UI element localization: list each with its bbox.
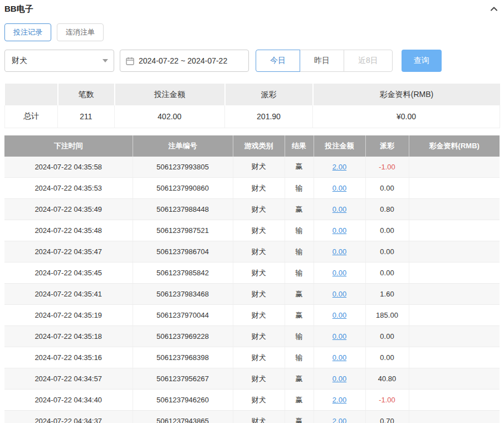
page-title: BB电子: [4, 4, 33, 14]
cell-bet-amount: 2.00: [314, 411, 365, 423]
cell-order: 5061237968398: [133, 347, 233, 368]
search-button[interactable]: 查询: [402, 50, 442, 72]
summary-header-row: 笔数 投注金额 派彩 彩金资料(RMB): [5, 84, 500, 105]
bet-amount-link[interactable]: 2.00: [332, 163, 346, 171]
cell-time: 2024-07-22 04:35:41: [4, 284, 133, 305]
cell-order: 5061237946260: [133, 390, 233, 411]
cell-bet-amount: 0.00: [314, 347, 365, 368]
cell-bet-amount: 2.00: [314, 157, 365, 178]
cell-result: 输: [285, 347, 314, 368]
bet-amount-link[interactable]: 0.00: [332, 375, 346, 383]
cell-bonus: [409, 262, 500, 284]
cell-bonus: [409, 411, 500, 423]
cell-payout: 0.80: [365, 199, 409, 220]
cell-game: 财犬: [233, 220, 285, 241]
header-bonus: 彩金资料(RMB): [409, 135, 500, 157]
table-row: 2024-07-22 04:34:375061237943865财犬赢2.000…: [4, 411, 500, 423]
cell-bonus: [409, 178, 500, 199]
bet-amount-link[interactable]: 0.00: [332, 353, 346, 362]
cell-bonus: [409, 241, 500, 262]
cell-payout: 0.70: [365, 411, 409, 423]
cell-game: 财犬: [233, 284, 285, 305]
cell-game: 财犬: [233, 178, 285, 199]
cell-game: 财犬: [233, 199, 285, 220]
bet-amount-link[interactable]: 0.00: [332, 184, 346, 192]
bet-amount-link[interactable]: 0.00: [332, 247, 346, 256]
last-8-days-button[interactable]: 近8日: [344, 50, 393, 72]
cell-game: 财犬: [233, 326, 285, 347]
bet-amount-link[interactable]: 2.00: [332, 396, 346, 404]
cell-order: 5061237987521: [133, 220, 233, 241]
tab-linked-bets[interactable]: 连消注单: [57, 23, 104, 41]
cell-game: 财犬: [233, 411, 285, 423]
yesterday-button[interactable]: 昨日: [300, 50, 344, 72]
cell-bonus: [409, 347, 500, 368]
bet-amount-link[interactable]: 0.00: [332, 290, 346, 298]
quick-date-button-group: 今日 昨日 近8日: [256, 50, 393, 72]
cell-time: 2024-07-22 04:35:47: [4, 241, 133, 262]
table-row: 2024-07-22 04:35:535061237990860财犬输0.000…: [4, 178, 500, 199]
cell-result: 输: [285, 262, 314, 284]
cell-order: 5061237990860: [133, 178, 233, 199]
cell-bet-amount: 0.00: [314, 241, 365, 262]
cell-payout: 0.00: [365, 326, 409, 347]
cell-bet-amount: 0.00: [314, 199, 365, 220]
tab-bet-records[interactable]: 投注记录: [4, 23, 51, 41]
cell-time: 2024-07-22 04:35:49: [4, 199, 133, 220]
chevron-down-icon: [102, 59, 108, 62]
cell-bet-amount: 0.00: [314, 178, 365, 199]
cell-order: 5061237983468: [133, 284, 233, 305]
header-order-number: 注单编号: [133, 135, 233, 157]
cell-time: 2024-07-22 04:35:53: [4, 178, 133, 199]
cell-order: 5061237956267: [133, 368, 233, 390]
cell-payout: 0.00: [365, 241, 409, 262]
summary-total-count: 211: [58, 105, 115, 128]
cell-bonus: [409, 390, 500, 411]
bet-amount-link[interactable]: 0.00: [332, 205, 346, 213]
today-button[interactable]: 今日: [256, 50, 300, 72]
cell-payout: 1.60: [365, 284, 409, 305]
cell-bet-amount: 0.00: [314, 220, 365, 241]
summary-total-label: 总计: [5, 105, 58, 128]
summary-total-row: 总计 211 402.00 201.90 ¥0.00: [5, 105, 500, 128]
cell-bonus: [409, 326, 500, 347]
cell-result: 赢: [285, 305, 314, 326]
table-row: 2024-07-22 04:35:455061237985842财犬输0.000…: [4, 262, 500, 284]
bet-amount-link[interactable]: 0.00: [332, 269, 346, 277]
game-select[interactable]: 财犬: [4, 50, 114, 72]
summary-header-count: 笔数: [58, 84, 115, 105]
table-row: 2024-07-22 04:35:185061237969228财犬输0.000…: [4, 326, 500, 347]
cell-time: 2024-07-22 04:34:40: [4, 390, 133, 411]
bet-amount-link[interactable]: 0.00: [332, 311, 346, 319]
cell-game: 财犬: [233, 262, 285, 284]
cell-bet-amount: 0.00: [314, 368, 365, 390]
bet-amount-link[interactable]: 2.00: [332, 417, 346, 423]
cell-bet-amount: 0.00: [314, 262, 365, 284]
date-range-input[interactable]: 2024-07-22 ~ 2024-07-22: [120, 50, 249, 72]
bet-records-table: 下注时间 注单编号 游戏类别 结果 投注金额 派彩 彩金资料(RMB) 2024…: [4, 135, 500, 423]
table-row: 2024-07-22 04:35:165061237968398财犬输0.000…: [4, 347, 500, 368]
header-payout: 派彩: [365, 135, 409, 157]
table-row: 2024-07-22 04:35:485061237987521财犬输0.000…: [4, 220, 500, 241]
cell-result: 赢: [285, 368, 314, 390]
cell-result: 赢: [285, 157, 314, 178]
panel-header: BB电子: [4, 0, 500, 16]
filter-bar: 财犬 2024-07-22 ~ 2024-07-22 今日 昨日 近8日 查询: [4, 50, 500, 72]
bet-amount-link[interactable]: 0.00: [332, 226, 346, 235]
cell-payout: 40.80: [365, 368, 409, 390]
bet-amount-link[interactable]: 0.00: [332, 332, 346, 341]
cell-payout: -1.00: [365, 157, 409, 178]
cell-payout: -1.00: [365, 390, 409, 411]
cell-bet-amount: 0.00: [314, 305, 365, 326]
table-row: 2024-07-22 04:34:575061237956267财犬赢0.004…: [4, 368, 500, 390]
cell-result: 赢: [285, 284, 314, 305]
cell-result: 输: [285, 220, 314, 241]
cell-game: 财犬: [233, 347, 285, 368]
cell-time: 2024-07-22 04:35:19: [4, 305, 133, 326]
cell-result: 赢: [285, 199, 314, 220]
summary-header-blank: [5, 84, 58, 105]
summary-header-bet-amount: 投注金额: [115, 84, 225, 105]
collapse-panel-button[interactable]: [488, 3, 500, 14]
summary-total-payout: 201.90: [225, 105, 313, 128]
cell-payout: 0.00: [365, 178, 409, 199]
